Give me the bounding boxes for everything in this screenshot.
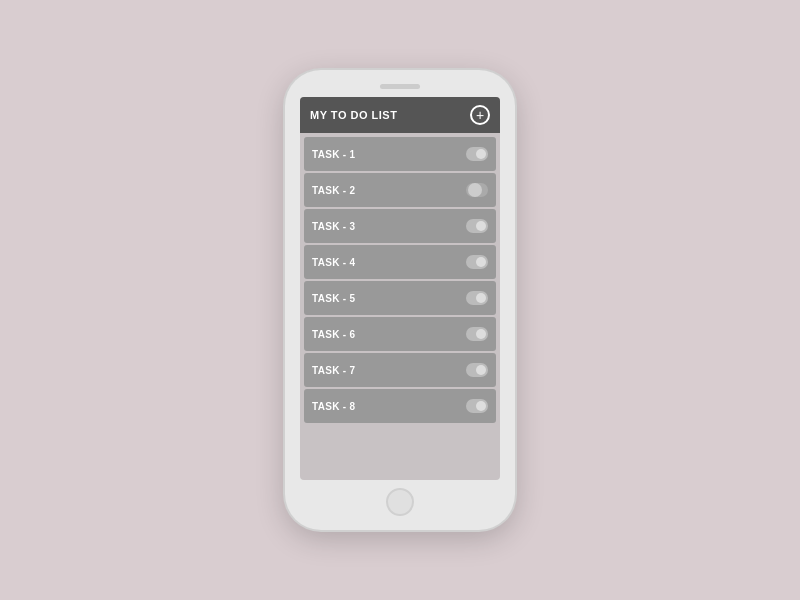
task-row[interactable]: TASK - 5 [304,281,496,315]
task-row[interactable]: TASK - 7 [304,353,496,387]
task-toggle[interactable] [466,291,488,305]
toggle-knob [476,221,486,231]
task-toggle[interactable] [466,183,488,197]
task-row[interactable]: TASK - 2 [304,173,496,207]
task-label: TASK - 8 [312,401,355,412]
task-toggle[interactable] [466,255,488,269]
task-label: TASK - 6 [312,329,355,340]
task-label: TASK - 5 [312,293,355,304]
task-toggle[interactable] [466,219,488,233]
task-row[interactable]: TASK - 1 [304,137,496,171]
task-label: TASK - 3 [312,221,355,232]
add-task-button[interactable]: + [470,105,490,125]
home-button[interactable] [386,488,414,516]
task-label: TASK - 4 [312,257,355,268]
app-title: MY TO DO LIST [310,109,397,121]
task-toggle[interactable] [466,399,488,413]
app-header: MY TO DO LIST + [300,97,500,133]
toggle-knob [476,257,486,267]
task-row[interactable]: TASK - 4 [304,245,496,279]
task-label: TASK - 2 [312,185,355,196]
task-list: TASK - 1TASK - 2TASK - 3TASK - 4TASK - 5… [300,133,500,427]
toggle-knob [468,183,482,197]
toggle-knob [476,329,486,339]
task-toggle[interactable] [466,147,488,161]
task-toggle[interactable] [466,363,488,377]
task-label: TASK - 1 [312,149,355,160]
toggle-knob [476,401,486,411]
toggle-knob [476,293,486,303]
toggle-knob [476,149,486,159]
phone-frame: MY TO DO LIST + TASK - 1TASK - 2TASK - 3… [285,70,515,530]
task-toggle[interactable] [466,327,488,341]
task-row[interactable]: TASK - 3 [304,209,496,243]
task-row[interactable]: TASK - 8 [304,389,496,423]
task-label: TASK - 7 [312,365,355,376]
task-row[interactable]: TASK - 6 [304,317,496,351]
phone-screen: MY TO DO LIST + TASK - 1TASK - 2TASK - 3… [300,97,500,480]
add-icon: + [476,108,484,122]
toggle-knob [476,365,486,375]
phone-speaker [380,84,420,89]
